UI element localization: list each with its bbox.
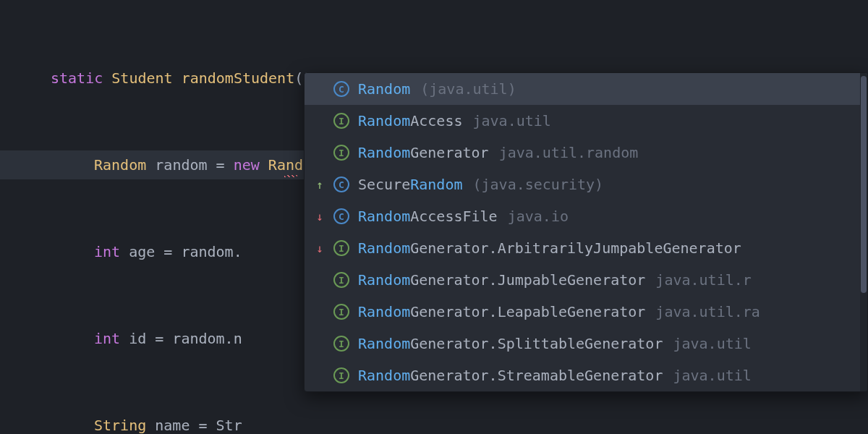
completion-item[interactable]: IRandomAccessjava.util [305,105,867,137]
class-icon: C [333,176,349,192]
interface-icon: I [333,113,349,129]
method-name: randomStudent [182,69,295,87]
code-line[interactable]: String name = Str [0,411,868,434]
arrow-down-icon: ↓ [315,210,325,224]
completion-item[interactable]: IRandomGeneratorjava.util.random [305,137,867,169]
completion-text: RandomAccessFilejava.io [358,208,569,225]
completion-popup[interactable]: CRandom(java.util)IRandomAccessjava.util… [304,72,868,392]
completion-item[interactable]: ↑CSecureRandom(java.security) [305,169,867,200]
completion-item[interactable]: IRandomGenerator.LeapableGeneratorjava.u… [305,296,867,328]
popup-scrollbar[interactable] [860,73,867,391]
completion-text: RandomGenerator.SplittableGeneratorjava.… [358,335,752,352]
class-icon: C [333,208,349,224]
completion-item[interactable]: IRandomGenerator.SplittableGeneratorjava… [305,328,867,359]
arrow-down-icon: ↓ [315,242,325,255]
interface-icon: I [333,367,349,383]
completion-item[interactable]: IRandomGenerator.StreamableGeneratorjava… [305,359,867,391]
completion-item[interactable]: IRandomGenerator.JumpableGeneratorjava.u… [305,264,867,296]
completion-text: RandomAccessjava.util [358,112,551,129]
arrow-up-icon: ↑ [315,178,325,192]
completion-text: RandomGenerator.LeapableGeneratorjava.ut… [358,303,760,320]
error-squiggle [284,175,297,177]
completion-text: RandomGenerator.ArbitrarilyJumpableGener… [358,239,741,257]
interface-icon: I [333,304,349,320]
popup-scrollbar-thumb[interactable] [861,76,867,293]
completion-item[interactable]: CRandom(java.util) [305,73,867,105]
completion-item[interactable]: ↓CRandomAccessFilejava.io [305,200,867,232]
interface-icon: I [333,272,349,288]
completion-text: RandomGeneratorjava.util.random [358,144,638,161]
keyword-static: static [51,69,103,87]
type: Student [111,69,172,87]
completion-text: Random(java.util) [358,80,516,98]
completion-text: RandomGenerator.JumpableGeneratorjava.ut… [358,271,752,289]
class-icon: C [333,81,349,97]
interface-icon: I [333,145,349,161]
completion-item[interactable]: ↓IRandomGenerator.ArbitrarilyJumpableGen… [305,232,867,264]
completion-text: SecureRandom(java.security) [358,176,603,193]
interface-icon: I [333,336,349,352]
interface-icon: I [333,240,349,256]
completion-text: RandomGenerator.StreamableGeneratorjava.… [358,367,752,384]
